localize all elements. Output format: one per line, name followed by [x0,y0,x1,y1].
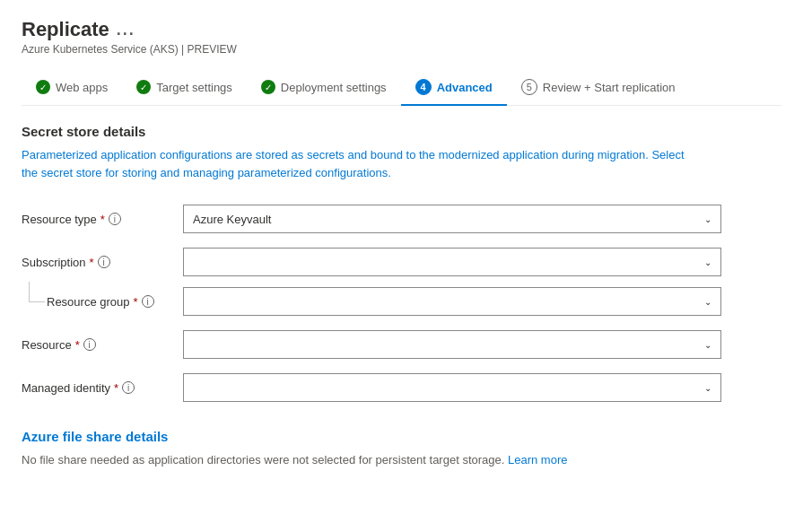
tab-review-label: Review + Start replication [543,81,676,94]
target-settings-check-icon: ✓ [136,80,151,94]
managed-identity-row: Managed identity * i ⌄ [22,368,721,407]
resource-chevron-icon: ⌄ [704,340,711,350]
secret-store-section: Secret store details Parameterized appli… [22,124,781,407]
tab-deployment-settings-label: Deployment settings [281,81,387,94]
main-content: Secret store details Parameterized appli… [22,106,781,487]
managed-identity-label: Managed identity * i [22,372,183,404]
tab-advanced[interactable]: 4 Advanced [401,70,507,106]
subscription-label: Subscription * i [22,247,183,278]
tab-target-settings-label: Target settings [156,81,232,94]
managed-identity-select[interactable]: ⌄ [183,373,721,402]
subscription-info-icon[interactable]: i [98,256,110,268]
resource-group-control: ⌄ [183,282,721,321]
file-share-section: Azure file share details No file share n… [22,429,781,469]
resource-row: Resource * i ⌄ [22,325,721,364]
tab-target-settings[interactable]: ✓ Target settings [122,71,247,105]
resource-group-label: Resource group [47,295,130,309]
nest-line-h [29,301,45,302]
resource-group-chevron-icon: ⌄ [704,297,711,307]
tab-review[interactable]: 5 Review + Start replication [507,70,690,106]
page-title: Replicate ... [22,18,135,41]
resource-type-info-icon[interactable]: i [109,213,121,225]
subscription-select[interactable]: ⌄ [183,248,721,276]
resource-group-select[interactable]: ⌄ [183,287,721,316]
resource-type-chevron-icon: ⌄ [704,214,711,224]
managed-identity-chevron-icon: ⌄ [704,383,711,393]
secret-store-form: Resource type * i Azure Keyvault ⌄ Subsc… [22,199,721,407]
subscription-control: ⌄ [183,242,721,282]
managed-identity-control: ⌄ [183,368,721,407]
resource-type-select[interactable]: Azure Keyvault ⌄ [183,205,721,233]
title-text: Replicate [22,18,109,41]
secret-store-description: Parameterized application configurations… [22,146,703,181]
page-header: Replicate ... [22,18,781,41]
deployment-settings-check-icon: ✓ [261,80,275,94]
managed-identity-info-icon[interactable]: i [122,381,135,394]
resource-type-value: Azure Keyvault [193,213,271,226]
tabs-nav: ✓ Web apps ✓ Target settings ✓ Deploymen… [22,70,781,106]
resource-info-icon[interactable]: i [83,338,96,351]
tab-web-apps[interactable]: ✓ Web apps [22,71,122,105]
review-step-num: 5 [521,79,537,95]
secret-store-title: Secret store details [22,124,781,139]
resource-group-info-icon[interactable]: i [142,295,154,308]
resource-group-label-cell: Resource group * i [22,282,183,321]
page-subtitle: Azure Kubernetes Service (AKS) | PREVIEW [22,43,781,56]
tab-deployment-settings[interactable]: ✓ Deployment settings [247,71,401,105]
title-ellipsis[interactable]: ... [117,21,135,39]
subscription-row: Subscription * i ⌄ [22,242,721,282]
web-apps-check-icon: ✓ [36,80,50,94]
resource-control: ⌄ [183,325,721,364]
learn-more-link[interactable]: Learn more [508,453,567,467]
resource-label: Resource * i [22,329,183,361]
subscription-chevron-icon: ⌄ [704,257,711,267]
tab-advanced-label: Advanced [437,81,493,94]
nest-line-v [29,282,30,301]
resource-type-control: Azure Keyvault ⌄ [183,199,721,239]
file-share-description: No file share needed as application dire… [22,451,781,469]
resource-type-label: Resource type * i [22,204,183,235]
resource-group-row: Resource group * i ⌄ [22,282,721,321]
resource-type-row: Resource type * i Azure Keyvault ⌄ [22,199,721,239]
resource-select[interactable]: ⌄ [183,330,721,359]
tab-web-apps-label: Web apps [56,81,108,94]
file-share-title: Azure file share details [22,429,781,444]
advanced-step-num: 4 [415,79,432,95]
